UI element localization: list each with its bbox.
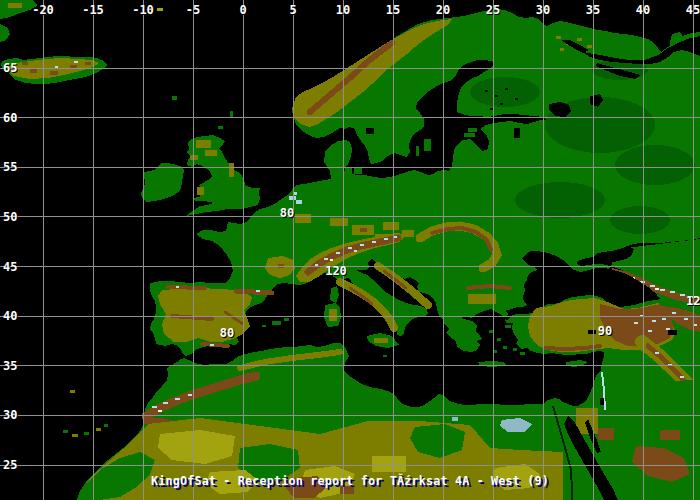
lat-axis-label: 25 bbox=[3, 458, 17, 472]
lon-axis-label: 40 bbox=[636, 3, 650, 17]
lake-van bbox=[668, 330, 677, 335]
lat-axis-label: 55 bbox=[3, 160, 17, 174]
reception-value: 80 bbox=[280, 206, 294, 220]
lon-axis-label: 15 bbox=[386, 3, 400, 17]
lon-axis-label: 5 bbox=[289, 3, 296, 17]
lon-axis-label: -20 bbox=[32, 3, 54, 17]
rhodope bbox=[468, 294, 496, 304]
lon-axis-label: -5 bbox=[186, 3, 200, 17]
lon-axis-label: -15 bbox=[82, 3, 104, 17]
reception-map-page: -20-15-10-505101520253035404565605550454… bbox=[0, 0, 700, 500]
reception-value: 120 bbox=[686, 294, 700, 308]
reception-value: 90 bbox=[598, 324, 612, 338]
reception-point: 8080 bbox=[280, 206, 295, 221]
lon-axis-label: 25 bbox=[486, 3, 500, 17]
reception-map: -20-15-10-505101520253035404565605550454… bbox=[0, 0, 700, 500]
lat-axis-label: 65 bbox=[3, 61, 17, 75]
iceland-glacier2 bbox=[74, 61, 78, 63]
greenland-highland bbox=[8, 3, 22, 8]
reception-point: 120120 bbox=[686, 294, 700, 309]
islands-canary-madeira bbox=[63, 390, 108, 437]
sicily-highland bbox=[374, 338, 388, 343]
map-title: KingOfSat - Reception report for TĂźrksa… bbox=[0, 474, 700, 488]
reception-point: 8080 bbox=[220, 326, 235, 341]
islands-balearic bbox=[262, 318, 289, 327]
lat-axis-label: 45 bbox=[3, 260, 17, 274]
lat-axis-label: 30 bbox=[3, 408, 17, 422]
lat-axis-label: 60 bbox=[3, 111, 17, 125]
island-faroe bbox=[172, 96, 177, 100]
island-shetland bbox=[230, 111, 233, 118]
lon-axis-label: 20 bbox=[436, 3, 450, 17]
reception-value: 120 bbox=[325, 264, 347, 278]
sardinia-highland bbox=[329, 309, 337, 321]
reception-point: 120120 bbox=[325, 264, 348, 279]
lake-tuz bbox=[588, 330, 596, 334]
bohemia-peak bbox=[360, 228, 367, 232]
lon-axis-label: 10 bbox=[336, 3, 350, 17]
island-corsica bbox=[330, 286, 339, 303]
lon-axis-label: 35 bbox=[586, 3, 600, 17]
lake-vanern bbox=[366, 128, 374, 134]
lon-axis-label: 45 bbox=[686, 3, 700, 17]
landmass-ireland bbox=[141, 163, 184, 202]
lat-axis-label: 50 bbox=[3, 210, 17, 224]
reception-value: 80 bbox=[220, 326, 234, 340]
lon-axis-label: 30 bbox=[536, 3, 550, 17]
lake-peipus bbox=[514, 128, 520, 138]
balkan-mountains bbox=[468, 286, 510, 288]
reception-point: 9090 bbox=[598, 324, 613, 339]
lon-axis-label: -10 bbox=[132, 3, 154, 17]
island-orkney bbox=[218, 126, 223, 129]
lon-axis-label: 0 bbox=[239, 3, 246, 17]
lat-axis-label: 40 bbox=[3, 309, 17, 323]
lat-axis-label: 35 bbox=[3, 359, 17, 373]
island-jan-mayen bbox=[157, 8, 163, 11]
dead-sea bbox=[600, 398, 604, 405]
